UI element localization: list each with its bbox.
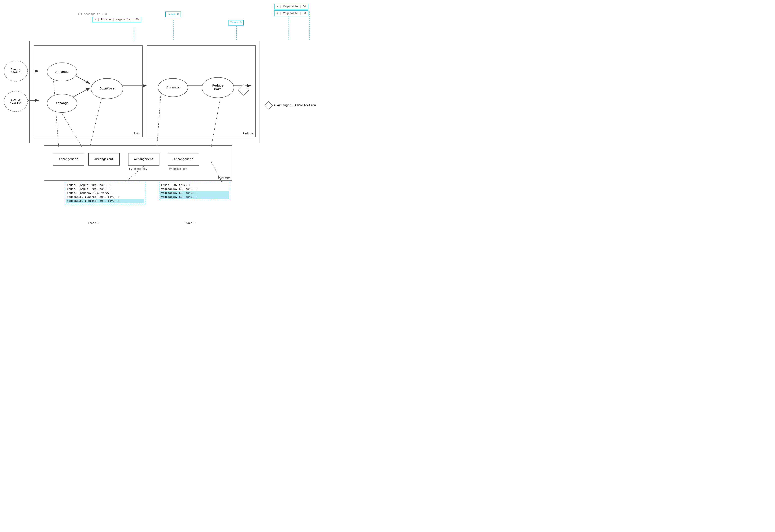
trace-d-row-2: Vegetable, 50, ts=3, –	[160, 191, 229, 195]
legend-container: = Arranged::AsCollection	[266, 102, 316, 108]
trace-c-row-1: Fruit, (Apple, 20), ts=2, +	[66, 187, 144, 191]
trace-c-row-0: Fruit, (Apple, 10), ts=2, +	[66, 183, 144, 187]
reducecore-label: Reduce Core	[212, 84, 224, 91]
top-label: all message ts = 3	[77, 13, 107, 16]
arrange3-node: Arrange	[158, 78, 188, 97]
arrange2-node: Arrange	[47, 94, 77, 113]
reduce-box: Arrange Reduce Core Reduce	[147, 45, 256, 137]
arrangement3-node: Arrangement	[128, 153, 159, 166]
message-veg-minus-box: - | Vegetable | 50	[274, 4, 308, 9]
main-outer-box: Arrange Arrange JoinCore Join Arrange Re…	[29, 41, 260, 143]
trace-c-row-4: Vegetable, (Potato, 60), ts=3, +	[66, 199, 144, 203]
arrange1-node: Arrange	[47, 63, 77, 81]
trace-d-top: Trace D	[228, 20, 244, 26]
diagram-container: all message ts = 3 + | Potato | Vegetabl…	[0, 0, 388, 266]
diamond-node	[239, 85, 248, 94]
events-visit-node: Events "Visit"	[4, 91, 28, 112]
legend-diamond	[265, 101, 273, 110]
trace-c-row-2: Fruit, (Banana, 40), ts=2, +	[66, 191, 144, 195]
by-group-key2: by group key	[169, 168, 187, 171]
legend-label: = Arranged::AsCollection	[274, 104, 316, 107]
trace-c-data-table: Fruit, (Apple, 10), ts=2, + Fruit, (Appl…	[65, 182, 145, 204]
trace-d-bottom-label: Trace D	[184, 222, 196, 225]
message-potato-box: + | Potato | Vegetable | 60	[92, 17, 141, 22]
arrangement4-node: Arrangement	[168, 153, 199, 166]
storage-box: Arrangement Arrangement Arrangement Arra…	[44, 145, 232, 181]
events-info-label: Events "Info"	[11, 68, 21, 74]
trace-c-bottom-label: Trace C	[88, 222, 99, 225]
arrangement2-node: Arrangement	[88, 153, 120, 166]
events-info-node: Events "Info"	[4, 61, 28, 82]
storage-label: Storage	[218, 176, 230, 179]
joincore-node: JoinCore	[91, 78, 123, 99]
trace-d-row-0: Fruit, 30, ts=2, +	[160, 183, 229, 187]
trace-d-data-table: Fruit, 30, ts=2, + Vegetable, 50, ts=2, …	[159, 182, 230, 200]
trace-c-top: Trace C	[165, 11, 181, 17]
trace-d-row-3: Vegetable, 60, ts=3, +	[160, 195, 229, 199]
trace-c-row-3: Vegetable, (Carrot, 50), ts=2, +	[66, 195, 144, 199]
message-veg-plus-box: + | Vegetable | 60	[274, 10, 308, 16]
by-group-key1: by group key	[129, 168, 147, 171]
join-box: Arrange Arrange JoinCore Join	[34, 45, 143, 137]
join-label: Join	[133, 132, 140, 135]
reduce-label: Reduce	[243, 132, 253, 135]
trace-d-row-1: Vegetable, 50, ts=2, +	[160, 187, 229, 191]
arrangement1-node: Arrangement	[53, 153, 84, 166]
events-visit-label: Events "Visit"	[10, 98, 22, 105]
reducecore-node: Reduce Core	[202, 77, 234, 98]
